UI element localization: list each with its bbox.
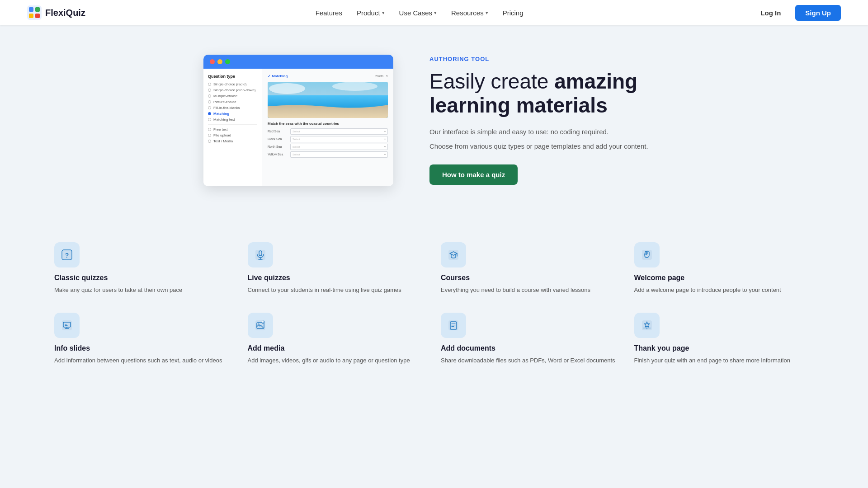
nav-use-cases[interactable]: Use Cases ▾ — [399, 9, 437, 17]
radio-icon — [208, 134, 211, 137]
star-icon — [641, 319, 653, 332]
mockup-main: ✓ Matching Points 1 — [262, 69, 393, 186]
live-quizzes-icon-wrap — [248, 242, 273, 267]
nav-product[interactable]: Product ▾ — [357, 9, 385, 17]
resources-caret-icon: ▾ — [486, 10, 488, 16]
yellow-sea-select[interactable]: Select▾ — [290, 151, 388, 158]
nav-features[interactable]: Features — [316, 9, 342, 17]
matching-badge: ✓ Matching — [268, 74, 288, 78]
hand-icon — [641, 249, 653, 261]
add-documents-desc: Share downloadable files such as PDFs, W… — [441, 356, 621, 365]
signup-button[interactable]: Sign Up — [795, 5, 841, 21]
radio-icon-filled — [208, 112, 211, 115]
use-cases-caret-icon: ▾ — [434, 10, 437, 16]
document-icon — [447, 319, 460, 332]
mockup-row-red: Red Sea Select▾ — [268, 128, 388, 135]
mockup-row-yellow: Yellow Sea Select▾ — [268, 151, 388, 158]
login-button[interactable]: Log In — [753, 5, 788, 20]
sidebar-file-upload: File upload — [208, 133, 257, 137]
courses-desc: Everything you need to build a course wi… — [441, 286, 621, 295]
info-slides-title: Info slides — [54, 344, 234, 352]
info-slides-desc: Add information between questions such a… — [54, 356, 234, 365]
classic-quizzes-desc: Make any quiz for users to take at their… — [54, 286, 234, 295]
red-sea-select[interactable]: Select▾ — [290, 128, 388, 135]
add-documents-title: Add documents — [441, 344, 621, 352]
radio-icon — [208, 100, 211, 103]
svg-rect-2 — [35, 7, 40, 12]
add-documents-icon-wrap — [441, 313, 466, 338]
mockup-browser: Question type Single-choice (radio) Sing… — [203, 55, 393, 186]
logo-link[interactable]: FlexiQuiz — [27, 5, 85, 20]
thank-you-icon-wrap — [634, 313, 660, 338]
features-section: ? Classic quizzes Make any quiz for user… — [0, 215, 868, 401]
slides-icon — [61, 319, 73, 332]
mockup-beach-image — [268, 82, 388, 118]
courses-title: Courses — [441, 274, 621, 282]
navigation: FlexiQuiz Features Product ▾ Use Cases ▾… — [0, 0, 868, 25]
thank-you-page-title: Thank you page — [634, 344, 814, 352]
nav-actions: Log In Sign Up — [753, 5, 841, 21]
hero-section: Question type Single-choice (radio) Sing… — [0, 25, 868, 215]
feature-add-media: Add media Add images, videos, gifs or au… — [248, 313, 428, 365]
svg-rect-1 — [29, 7, 33, 12]
black-sea-select[interactable]: Select▾ — [290, 136, 388, 142]
dot-yellow — [217, 59, 222, 64]
add-media-desc: Add images, videos, gifs or audio to any… — [248, 356, 428, 365]
feature-add-documents: Add documents Share downloadable files s… — [441, 313, 621, 365]
nav-links: Features Product ▾ Use Cases ▾ Resources… — [316, 9, 524, 17]
dot-green — [225, 59, 230, 64]
add-media-icon-wrap — [248, 313, 273, 338]
nav-pricing[interactable]: Pricing — [503, 9, 524, 17]
sidebar-text-media: Text / Media — [208, 139, 257, 143]
live-quizzes-title: Live quizzes — [248, 274, 428, 282]
hero-text: AUTHORING TOOL Easily create amazing lea… — [429, 56, 665, 185]
mockup-row-black: Black Sea Select▾ — [268, 136, 388, 142]
sidebar-divider — [208, 124, 257, 125]
sidebar-picture: Picture-choice — [208, 100, 257, 104]
radio-icon — [208, 94, 211, 98]
courses-icon-wrap — [441, 242, 466, 267]
product-caret-icon: ▾ — [382, 10, 385, 16]
add-media-title: Add media — [248, 344, 428, 352]
feature-thank-you-page: Thank you page Finish your quiz with an … — [634, 313, 814, 365]
sidebar-single-radio: Single-choice (radio) — [208, 82, 257, 86]
dot-red — [210, 59, 215, 64]
media-icon — [254, 319, 267, 332]
classic-quizzes-title: Classic quizzes — [54, 274, 234, 282]
cta-button[interactable]: How to make a quiz — [429, 164, 518, 185]
welcome-page-title: Welcome page — [634, 274, 814, 282]
sidebar-single-dropdown: Single-choice (drop-down) — [208, 88, 257, 92]
radio-icon — [208, 89, 211, 92]
feature-classic-quizzes: ? Classic quizzes Make any quiz for user… — [54, 242, 234, 295]
mockup-row-north: North Sea Select▾ — [268, 144, 388, 150]
radio-icon — [208, 106, 211, 109]
points-label: Points 1 — [375, 75, 388, 78]
classic-quizzes-icon-wrap: ? — [54, 242, 80, 267]
mockup-topbar — [203, 55, 393, 69]
sidebar-fillin: Fill-in-the-blanks — [208, 106, 257, 110]
mic-icon — [254, 249, 267, 261]
radio-icon — [208, 140, 211, 143]
hero-subtitle1: Our interface is simple and easy to use:… — [429, 127, 665, 137]
welcome-page-icon-wrap — [634, 242, 660, 267]
feature-live-quizzes: Live quizzes Connect to your students in… — [248, 242, 428, 295]
graduation-icon — [447, 249, 460, 261]
mockup-question-text: Match the seas with the coastal countrie… — [268, 122, 388, 126]
thank-you-page-desc: Finish your quiz with an end page to sha… — [634, 356, 814, 365]
radio-icon — [208, 83, 211, 86]
radio-icon — [208, 128, 211, 131]
nav-resources[interactable]: Resources ▾ — [451, 9, 488, 17]
sidebar-free-text: Free text — [208, 127, 257, 131]
hero-title: Easily create amazing learning materials — [429, 70, 665, 117]
feature-welcome-page: Welcome page Add a welcome page to intro… — [634, 242, 814, 295]
mockup-container: Question type Single-choice (radio) Sing… — [203, 55, 393, 186]
hero-subtitle2: Choose from various quiz types or page t… — [429, 141, 665, 152]
sidebar-multiple: Multiple-choice — [208, 94, 257, 98]
question-icon: ? — [61, 249, 73, 261]
svg-rect-4 — [35, 14, 40, 18]
north-sea-select[interactable]: Select▾ — [290, 144, 388, 150]
hero-tag: AUTHORING TOOL — [429, 56, 665, 62]
info-slides-icon-wrap — [54, 313, 80, 338]
svg-point-8 — [332, 82, 377, 91]
sidebar-matching: Matching — [208, 112, 257, 116]
